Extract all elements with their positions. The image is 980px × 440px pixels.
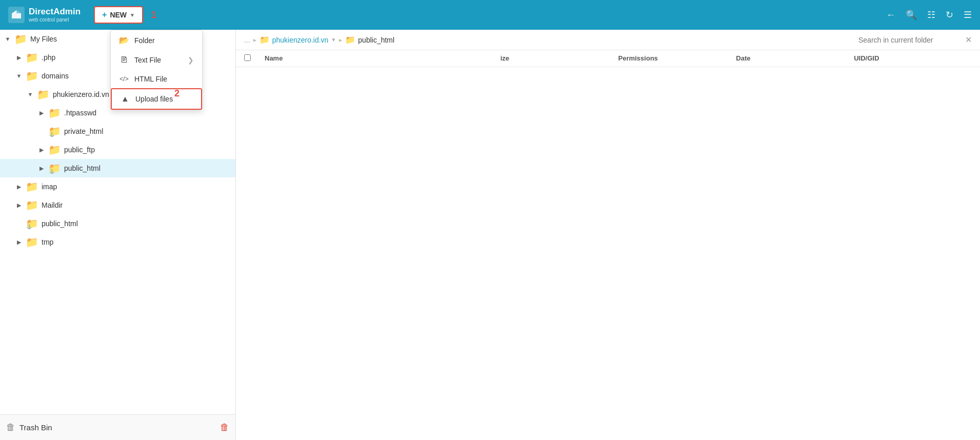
dropdown-item-html-file[interactable]: </> HTML File xyxy=(111,70,202,88)
col-checkbox[interactable] xyxy=(244,54,265,63)
folder-label: .htpasswd xyxy=(64,109,96,117)
back-icon[interactable]: ← xyxy=(886,10,895,21)
folder-special-icon: 📁 ⚓ xyxy=(48,125,61,137)
logo-area: DirectAdmin web control panel xyxy=(8,7,81,23)
expand-icon: ▶ xyxy=(15,239,23,246)
breadcrumb-bar: ... ▸ 📁 phukienzero.id.vn ▼ ▸ 📁 public_h… xyxy=(236,30,980,50)
folder-icon: 📁 xyxy=(26,236,38,248)
col-date: Date xyxy=(736,54,854,63)
new-dropdown-menu: 📂 Folder 🖹 Text File ❯ </> HTML File ▲ U… xyxy=(110,30,203,110)
html-file-icon: </> xyxy=(119,75,129,83)
folder-label: private_html xyxy=(64,127,103,135)
col-permissions: Permissions xyxy=(618,54,736,63)
expand-icon: ▼ xyxy=(27,91,34,97)
expand-icon: ▶ xyxy=(38,110,45,116)
brand-name: DirectAdmin xyxy=(29,7,81,17)
folder-icon: 📁 xyxy=(26,51,38,64)
search-icon[interactable]: 🔍 xyxy=(906,9,917,21)
refresh-icon[interactable]: ↻ xyxy=(946,9,953,21)
svg-marker-1 xyxy=(16,10,21,13)
grid-icon[interactable]: ☷ xyxy=(927,9,935,21)
search-input[interactable] xyxy=(858,36,961,44)
breadcrumb-sep-1: ▸ xyxy=(253,36,256,44)
anchor-icon: ⚓ xyxy=(49,132,54,137)
brand-sub: web control panel xyxy=(29,17,81,23)
logo-text: DirectAdmin web control panel xyxy=(29,7,81,23)
folder-special-icon: 📁 ⚓ xyxy=(26,217,38,230)
breadcrumb-current: 📁 public_html xyxy=(345,35,394,45)
expand-icon: ▶ xyxy=(38,165,45,172)
folder-label: public_ftp xyxy=(64,146,95,154)
anchor-icon: ⚓ xyxy=(27,225,32,229)
submenu-arrow-icon: ❯ xyxy=(188,56,194,64)
sidebar-item-imap[interactable]: ▶ 📁 imap xyxy=(0,177,235,196)
folder-icon: 📁 xyxy=(259,35,270,45)
close-search-icon[interactable]: ✕ xyxy=(965,35,972,45)
folder-icon: 📁 xyxy=(26,181,38,193)
sidebar-item-public-ftp[interactable]: ▶ 📁 public_ftp xyxy=(0,141,235,159)
folder-icon: 📁 xyxy=(48,107,61,119)
dropdown-htmlfile-label: HTML File xyxy=(134,75,167,83)
my-files-label: My Files xyxy=(30,35,57,43)
file-table-body xyxy=(236,67,980,440)
settings-icon[interactable]: ☰ xyxy=(964,9,972,21)
new-button[interactable]: + NEW ▼ xyxy=(94,6,143,24)
select-all-checkbox[interactable] xyxy=(244,54,251,61)
dropdown-item-folder[interactable]: 📂 Folder xyxy=(111,30,202,50)
dropdown-arrow-icon: ▼ xyxy=(130,12,135,18)
breadcrumb-domain[interactable]: 📁 phukienzero.id.vn ▼ xyxy=(259,35,336,45)
expand-icon: ▶ xyxy=(15,184,23,190)
trash-icon: 🗑 xyxy=(6,422,15,433)
folder-icon: 📁 xyxy=(26,199,38,211)
logo-icon xyxy=(8,7,25,23)
file-table-header: Name ize Permissions Date UID/GID xyxy=(236,50,980,67)
text-file-icon: 🖹 xyxy=(119,55,129,65)
header-right: ← 🔍 ☷ ↻ ☰ xyxy=(886,9,972,21)
dropdown-upload-label: Upload files xyxy=(135,95,173,103)
folder-label: public_html xyxy=(64,164,101,172)
dropdown-textfile-label: Text File xyxy=(134,56,161,64)
folder-label: .php xyxy=(42,53,55,62)
expand-icon: ▼ xyxy=(4,36,11,42)
folder-icon: 📁 xyxy=(37,88,50,101)
main-content: ... ▸ 📁 phukienzero.id.vn ▼ ▸ 📁 public_h… xyxy=(236,30,980,440)
trash-label: Trash Bin xyxy=(19,423,216,432)
step1-label: 1 xyxy=(151,10,156,21)
sidebar-item-maildir[interactable]: ▶ 📁 Maildir xyxy=(0,196,235,214)
sidebar-item-private-html[interactable]: 📁 ⚓ private_html xyxy=(0,122,235,141)
folder-icon: 📁 xyxy=(26,70,38,82)
trash-delete-icon[interactable]: 🗑 xyxy=(220,422,229,433)
plus-icon: + xyxy=(102,10,107,19)
dropdown-folder-label: Folder xyxy=(134,36,155,45)
folder-label: phukienzero.id.vn xyxy=(53,90,109,98)
expand-icon: ▼ xyxy=(15,73,23,79)
col-uid-gid: UID/GID xyxy=(854,54,972,63)
expand-icon: ▶ xyxy=(15,54,23,61)
expand-icon: ▶ xyxy=(15,202,23,209)
folder-add-icon: 📂 xyxy=(119,35,129,45)
breadcrumb-current-label: public_html xyxy=(358,36,394,44)
sidebar-item-tmp[interactable]: ▶ 📁 tmp xyxy=(0,233,235,251)
folder-special-icon: 📁 ⚓ xyxy=(48,162,61,174)
folder-label: domains xyxy=(42,72,69,80)
folder-icon: 📁 xyxy=(345,35,355,45)
breadcrumb-sep-2: ▸ xyxy=(339,36,342,44)
folder-label: Maildir xyxy=(42,201,63,209)
sidebar-item-public-html-sub[interactable]: ▶ 📁 ⚓ public_html xyxy=(0,159,235,177)
dropdown-item-text-file[interactable]: 🖹 Text File ❯ xyxy=(111,50,202,70)
sidebar-item-public-html-root[interactable]: 📁 ⚓ public_html xyxy=(0,214,235,233)
folder-label: imap xyxy=(42,183,57,191)
breadcrumb-dropdown-icon: ▼ xyxy=(331,37,336,43)
upload-icon: ▲ xyxy=(120,94,130,104)
my-files-folder-icon: 📁 xyxy=(14,33,27,45)
header: DirectAdmin web control panel + NEW ▼ 1 … xyxy=(0,0,980,30)
new-label: NEW xyxy=(110,11,127,19)
folder-label: tmp xyxy=(42,238,53,246)
breadcrumb-domain-label: phukienzero.id.vn xyxy=(272,36,329,44)
step2-label: 2 xyxy=(174,88,179,99)
folder-label: public_html xyxy=(42,219,78,228)
breadcrumb-dots[interactable]: ... xyxy=(244,36,250,44)
expand-icon: ▶ xyxy=(38,147,45,153)
dropdown-item-upload[interactable]: ▲ Upload files xyxy=(111,88,202,110)
col-name: Name xyxy=(265,54,501,63)
